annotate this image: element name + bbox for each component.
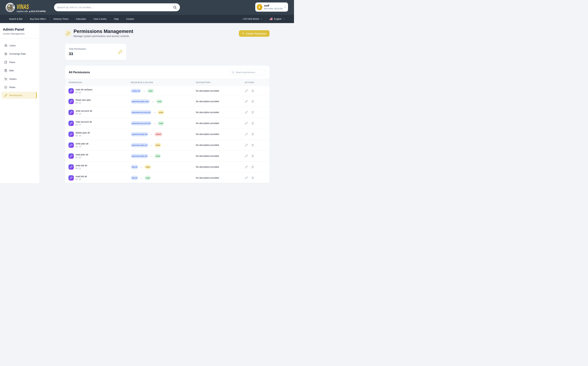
svg-text:$: $ [8, 6, 9, 9]
